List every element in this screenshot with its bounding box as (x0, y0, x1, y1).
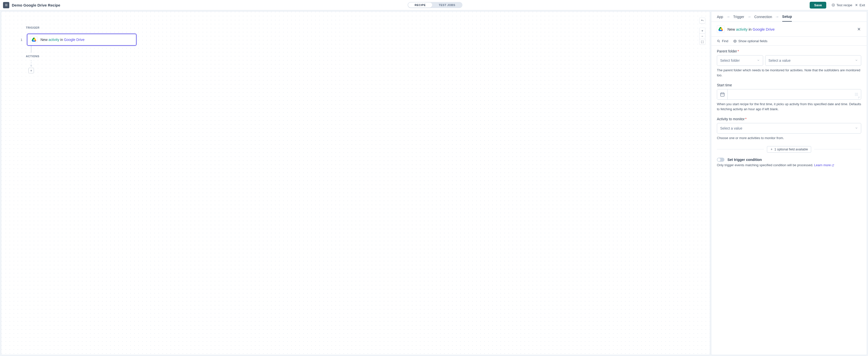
trigger-condition-label: Set trigger condition (727, 158, 762, 162)
chevron-down-icon (855, 126, 858, 130)
config-body: Parent folder* Select folder Select a va… (711, 46, 867, 355)
google-drive-icon (717, 25, 724, 33)
svg-point-7 (855, 93, 856, 94)
eye-icon (733, 39, 737, 43)
activity-monitor-label: Activity to monitor* (717, 117, 861, 121)
parent-folder-value-dropdown[interactable]: Select a value (765, 55, 861, 66)
select-value-placeholder: Select a value (768, 59, 790, 63)
svg-rect-2 (5, 6, 7, 6)
grip-icon[interactable] (852, 90, 861, 99)
activity-monitor-help: Choose one or more activities to monitor… (717, 136, 861, 141)
activity-monitor-dropdown[interactable]: Select a value (717, 123, 861, 134)
svg-point-10 (855, 94, 856, 95)
topbar-left: Demo Google Drive Recipe (3, 2, 60, 8)
wizard-step-app[interactable]: App (717, 15, 723, 21)
learn-more-link[interactable]: Learn more (814, 163, 834, 167)
divider-line (717, 149, 764, 149)
actions-block: ACTIONS + (20, 55, 136, 73)
config-header: New activity in Google Drive (711, 22, 867, 36)
svg-point-14 (856, 95, 857, 96)
play-circle-icon (832, 3, 835, 7)
start-time-input[interactable] (728, 90, 852, 99)
mode-recipe-tab[interactable]: RECIPE (408, 2, 432, 7)
canvas-controls: + − (699, 17, 705, 45)
calendar-icon[interactable] (717, 90, 728, 99)
start-time-field: Start time When you start recipe for the… (717, 83, 861, 111)
trigger-condition-row: Set trigger condition (717, 158, 861, 162)
wizard-step-setup[interactable]: Setup (782, 14, 792, 22)
svg-point-9 (857, 93, 858, 94)
recipe-menu-icon[interactable] (3, 2, 9, 8)
svg-point-5 (735, 41, 736, 42)
save-button[interactable]: Save (810, 2, 826, 8)
wizard-step-trigger[interactable]: Trigger (733, 15, 744, 21)
svg-point-11 (856, 94, 857, 95)
google-drive-icon (30, 36, 37, 43)
optional-fields-divider: 1 optional field available (717, 146, 861, 153)
config-title: New activity in Google Drive (727, 27, 775, 31)
parent-folder-field: Parent folder* Select folder Select a va… (717, 49, 861, 78)
test-recipe-button[interactable]: Test recipe (832, 3, 852, 7)
wizard-step-connection[interactable]: Connection (754, 15, 772, 21)
trigger-step-text: New activity in Google Drive (40, 38, 85, 42)
svg-point-4 (717, 40, 719, 42)
svg-rect-1 (5, 5, 7, 5)
wizard-nav: App → Trigger → Connection → Setup (711, 11, 867, 22)
activity-monitor-placeholder: Select a value (720, 126, 742, 130)
trigger-condition-toggle[interactable] (717, 158, 724, 162)
actions-section-label: ACTIONS (26, 55, 136, 58)
step-number: 1 (20, 38, 22, 42)
svg-point-15 (857, 95, 858, 96)
trigger-step-card[interactable]: New activity in Google Drive (27, 34, 136, 46)
svg-rect-0 (5, 4, 7, 4)
chevron-down-icon (855, 59, 858, 63)
optional-field-label: 1 optional field available (774, 148, 808, 151)
svg-point-12 (857, 94, 858, 95)
add-step-button[interactable]: + (28, 68, 34, 73)
undo-button[interactable] (700, 18, 705, 23)
trigger-section-label: TRIGGER (26, 26, 136, 29)
mode-toggle-group: RECIPE TEST JOBS (63, 2, 807, 8)
show-optional-fields-button[interactable]: Show optional fields (733, 39, 768, 43)
search-icon (717, 39, 720, 43)
parent-folder-label: Parent folder* (717, 49, 861, 53)
connector-arrow (31, 60, 31, 66)
start-time-help: When you start recipe for the first time… (717, 102, 861, 111)
close-icon (855, 3, 858, 7)
topbar-right: Save Test recipe Exit (810, 2, 865, 8)
chevron-down-icon (757, 59, 760, 63)
start-time-input-group (717, 89, 861, 100)
external-link-icon (832, 164, 834, 168)
arrow-icon: → (726, 14, 730, 22)
zoom-out-button[interactable]: − (700, 33, 705, 39)
fit-screen-button[interactable] (700, 39, 705, 44)
main: + − TRIGGER 1 New activity in Google Dri… (0, 10, 868, 356)
find-label: Find (722, 39, 728, 43)
activity-monitor-field: Activity to monitor* Select a value Choo… (717, 117, 861, 141)
find-button[interactable]: Find (717, 39, 728, 43)
zoom-in-button[interactable]: + (700, 28, 705, 33)
optional-field-button[interactable]: 1 optional field available (767, 146, 811, 153)
canvas-content: TRIGGER 1 New activity in Google Drive A… (20, 26, 136, 73)
svg-rect-6 (720, 93, 724, 96)
exit-button[interactable]: Exit (855, 3, 865, 7)
trigger-step-row: 1 New activity in Google Drive (20, 34, 136, 46)
canvas-pane[interactable]: + − TRIGGER 1 New activity in Google Dri… (1, 11, 710, 355)
parent-folder-select-folder-dropdown[interactable]: Select folder (717, 55, 763, 66)
parent-folder-help: The parent folder which needs to be moni… (717, 68, 861, 78)
close-config-button[interactable] (857, 27, 861, 31)
arrow-icon: → (775, 14, 779, 22)
select-folder-placeholder: Select folder (720, 59, 740, 63)
config-pane: App → Trigger → Connection → Setup New a… (711, 11, 867, 355)
topbar: Demo Google Drive Recipe RECIPE TEST JOB… (0, 0, 868, 10)
trigger-condition-help: Only trigger events matching specified c… (717, 163, 861, 168)
arrow-icon: → (747, 14, 751, 22)
start-time-label: Start time (717, 83, 861, 87)
plus-icon (770, 148, 773, 151)
test-recipe-label: Test recipe (836, 3, 852, 7)
config-toolbar: Find Show optional fields (711, 36, 867, 46)
mode-test-jobs-tab[interactable]: TEST JOBS (432, 2, 462, 7)
connector-line (31, 46, 31, 53)
svg-point-13 (855, 95, 856, 96)
divider-line (814, 149, 861, 149)
